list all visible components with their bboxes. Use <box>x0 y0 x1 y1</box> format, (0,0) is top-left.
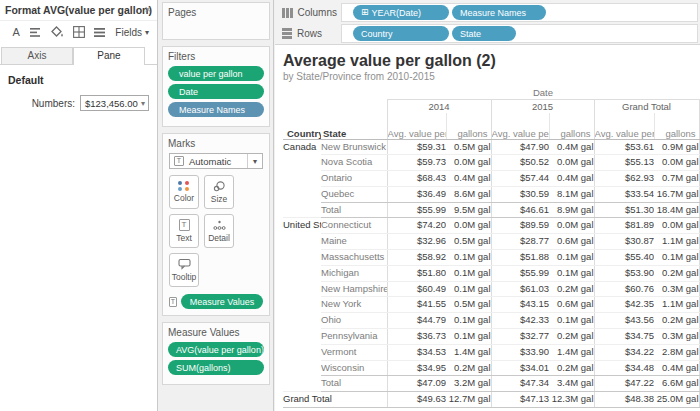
cell-avg-value[interactable]: $57.44 <box>491 171 549 187</box>
cell-gallons[interactable]: 0.1M gal <box>446 313 491 329</box>
cell-avg-value[interactable]: $30.87 <box>594 234 654 250</box>
row-header-state[interactable]: Ontario <box>321 171 387 187</box>
mark-type-dropdown[interactable]: T Automatic ▾ <box>169 153 263 169</box>
cell-gallons[interactable]: 1.1M gal <box>654 297 699 313</box>
row-header-state[interactable]: Connecticut <box>321 218 387 234</box>
cell-gallons[interactable]: 0.4M gal <box>549 171 594 187</box>
cell-avg-value[interactable]: $48.38 <box>594 392 654 408</box>
cell-avg-value[interactable]: $47.34 <box>491 376 549 392</box>
cell-gallons[interactable]: 12.3M gal <box>549 392 594 408</box>
tab-axis[interactable]: Axis <box>1 47 73 64</box>
row-header-country-label[interactable]: Country <box>283 113 321 139</box>
cell-avg-value[interactable]: $34.22 <box>594 344 654 360</box>
cell-avg-value[interactable]: $36.73 <box>387 329 446 345</box>
cell-avg-value[interactable]: $42.33 <box>491 313 549 329</box>
cell-avg-value[interactable]: $50.52 <box>491 155 549 171</box>
cell-gallons[interactable]: 0.4M gal <box>654 360 699 376</box>
cell-avg-value[interactable]: $34.95 <box>387 360 446 376</box>
cell-gallons[interactable]: 25.0M gal <box>654 392 699 408</box>
filters-shelf[interactable]: Filters value per gallon Date Measure Na… <box>162 46 270 127</box>
measure-pill-avg-value-per-gallon[interactable]: AVG(value per gallon) <box>168 342 264 357</box>
cell-gallons[interactable]: 0.4M gal <box>549 139 594 155</box>
encoding-pill-measure-values[interactable]: Measure Values <box>181 294 263 309</box>
cell-gallons[interactable]: 0.1M gal <box>446 281 491 297</box>
measure-header-avg[interactable]: Avg. value per gallon <box>491 113 549 139</box>
filter-pill-measure-names[interactable]: Measure Names <box>168 102 264 117</box>
cell-avg-value[interactable]: $89.59 <box>491 218 549 234</box>
detail-button[interactable]: Detail <box>204 214 234 248</box>
row-header-state[interactable]: Maine <box>321 234 387 250</box>
cell-avg-value[interactable]: $55.99 <box>387 202 446 218</box>
cell-gallons[interactable]: 12.7M gal <box>446 392 491 408</box>
measure-pill-sum-gallons[interactable]: SUM(gallons) <box>168 360 264 375</box>
cell-gallons[interactable]: 0.1M gal <box>549 313 594 329</box>
pill-year-date[interactable]: ⊞ YEAR(Date) <box>353 5 449 20</box>
cell-gallons[interactable]: 2.8M gal <box>654 344 699 360</box>
cell-avg-value[interactable]: $36.49 <box>387 186 446 202</box>
row-header-total[interactable]: Total <box>321 376 387 392</box>
cell-avg-value[interactable]: $34.53 <box>387 344 446 360</box>
cell-gallons[interactable]: 1.4M gal <box>446 344 491 360</box>
cell-gallons[interactable]: 8.9M gal <box>549 202 594 218</box>
cell-avg-value[interactable]: $47.13 <box>491 392 549 408</box>
cell-avg-value[interactable]: $44.79 <box>387 313 446 329</box>
column-header-2014[interactable]: 2014 <box>387 99 491 113</box>
filter-pill-date[interactable]: Date <box>168 84 264 99</box>
size-button[interactable]: Size <box>204 175 234 209</box>
row-header-country[interactable]: United States <box>283 218 321 392</box>
cell-gallons[interactable]: 0.0M gal <box>446 218 491 234</box>
cell-gallons[interactable]: 0.5M gal <box>446 297 491 313</box>
cell-avg-value[interactable]: $61.03 <box>491 281 549 297</box>
shading-icon[interactable] <box>51 26 64 39</box>
cell-avg-value[interactable]: $53.90 <box>594 265 654 281</box>
cell-avg-value[interactable]: $62.93 <box>594 171 654 187</box>
cell-gallons[interactable]: 1.4M gal <box>549 344 594 360</box>
cell-avg-value[interactable]: $59.31 <box>387 139 446 155</box>
cell-gallons[interactable]: 0.6M gal <box>549 234 594 250</box>
cell-avg-value[interactable]: $47.90 <box>491 139 549 155</box>
cell-gallons[interactable]: 9.5M gal <box>446 202 491 218</box>
row-header-state[interactable]: Vermont <box>321 344 387 360</box>
row-header-state[interactable]: New Hampshire <box>321 281 387 297</box>
cell-avg-value[interactable]: $43.15 <box>491 297 549 313</box>
cell-gallons[interactable]: 0.2M gal <box>446 360 491 376</box>
cell-avg-value[interactable]: $68.43 <box>387 171 446 187</box>
column-dimension-header[interactable]: Date <box>387 87 699 99</box>
alignment-icon[interactable] <box>30 26 42 39</box>
cell-gallons[interactable]: 0.2M gal <box>549 360 594 376</box>
numbers-format-select[interactable]: $123,456.00 ▾ <box>80 95 149 111</box>
cell-avg-value[interactable]: $49.63 <box>387 392 446 408</box>
row-header-state[interactable]: Michigan <box>321 265 387 281</box>
expand-plus-icon[interactable]: ⊞ <box>361 8 369 17</box>
rows-shelf-well[interactable]: Country State <box>341 24 698 43</box>
cell-avg-value[interactable]: $34.01 <box>491 360 549 376</box>
tooltip-button[interactable]: Tooltip <box>169 253 199 287</box>
cell-avg-value[interactable]: $51.80 <box>387 265 446 281</box>
cell-avg-value[interactable]: $47.22 <box>594 376 654 392</box>
row-header-state[interactable]: Nova Scotia <box>321 155 387 171</box>
columns-shelf-well[interactable]: ⊞ YEAR(Date) Measure Names <box>341 3 698 22</box>
cell-avg-value[interactable]: $33.54 <box>594 186 654 202</box>
color-button[interactable]: Color <box>169 175 199 209</box>
cell-gallons[interactable]: 0.1M gal <box>446 329 491 345</box>
filter-pill-value-per-gallon[interactable]: value per gallon <box>168 66 264 81</box>
column-header-grand-total[interactable]: Grand Total <box>594 99 699 113</box>
row-header-state[interactable]: Pennsylvania <box>321 329 387 345</box>
cell-gallons[interactable]: 0.1M gal <box>654 250 699 266</box>
cell-gallons[interactable]: 0.1M gal <box>549 265 594 281</box>
pages-shelf[interactable]: Pages <box>162 2 270 40</box>
cell-gallons[interactable]: 0.2M gal <box>549 281 594 297</box>
cell-gallons[interactable]: 0.2M gal <box>654 265 699 281</box>
cell-gallons[interactable]: 0.0M gal <box>549 218 594 234</box>
fields-dropdown[interactable]: Fields ▾ <box>115 27 149 38</box>
cell-gallons[interactable]: 0.4M gal <box>446 171 491 187</box>
measure-header-gallons[interactable]: gallons <box>654 113 699 139</box>
font-icon[interactable]: A <box>11 26 21 39</box>
cell-avg-value[interactable]: $46.61 <box>491 202 549 218</box>
cell-gallons[interactable]: 0.1M gal <box>549 250 594 266</box>
cell-avg-value[interactable]: $28.77 <box>491 234 549 250</box>
borders-icon[interactable] <box>73 26 85 39</box>
pill-measure-names[interactable]: Measure Names <box>452 5 546 20</box>
lines-icon[interactable] <box>94 26 106 39</box>
row-header-state[interactable]: New York <box>321 297 387 313</box>
